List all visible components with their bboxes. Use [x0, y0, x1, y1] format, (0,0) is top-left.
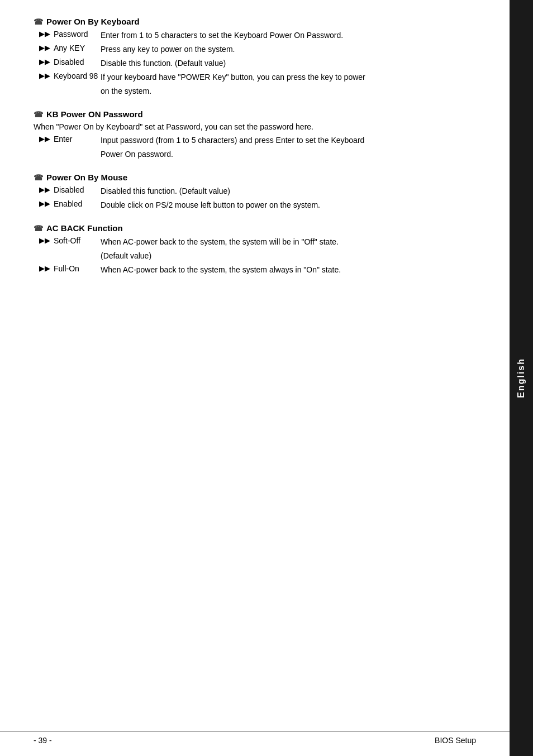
- item-key: ▶▶ Full-On: [39, 264, 101, 273]
- side-tab-label: English: [516, 358, 526, 398]
- item-value: Double click on PS/2 mouse left button t…: [101, 199, 476, 211]
- footer: - 39 - BIOS Setup: [0, 731, 510, 745]
- table-row: ▶▶ Disabled Disabled this function. (Def…: [39, 185, 476, 197]
- item-key-text: Full-On: [54, 264, 79, 273]
- item-key: ▶▶ Keyboard 98: [39, 71, 101, 80]
- section-power-on-by-mouse: ☎ Power On By Mouse ▶▶ Disabled Disabled…: [34, 173, 476, 211]
- section-title-text-3: Power On By Mouse: [46, 173, 127, 182]
- footer-page: - 39 -: [34, 736, 52, 745]
- section-ac-back-function: ☎ AC BACK Function ▶▶ Soft-Off When AC-p…: [34, 223, 476, 276]
- side-tab: English: [510, 0, 533, 756]
- item-value: If your keyboard have "POWER Key" button…: [101, 71, 476, 83]
- section-title-text-2: KB Power ON Password: [46, 109, 143, 119]
- table-row: ▶▶ Password Enter from 1 to 5 characters…: [39, 30, 476, 41]
- section-title-kb-power-on-password: ☎ KB Power ON Password: [34, 109, 476, 119]
- section-power-on-by-keyboard: ☎ Power On By Keyboard ▶▶ Password Enter…: [34, 17, 476, 97]
- table-row: ▶▶ Disabled Disable this function. (Defa…: [39, 58, 476, 69]
- item-key: ▶▶ Password: [39, 30, 101, 39]
- table-row: ▶▶ Any KEY Press any key to power on the…: [39, 44, 476, 55]
- section-title-text-4: AC BACK Function: [46, 223, 123, 233]
- item-value: Disable this function. (Default value): [101, 58, 476, 69]
- item-list-2: ▶▶ Enter Input password (from 1 to 5 cha…: [34, 135, 476, 160]
- item-value-continuation: on the system.: [101, 85, 476, 97]
- item-key: ▶▶ Disabled: [39, 185, 101, 194]
- item-value: Enter from 1 to 5 characters to set the …: [101, 30, 476, 41]
- item-key-text: Keyboard 98: [54, 71, 98, 80]
- item-key-text: Any KEY: [54, 44, 85, 52]
- section-kb-power-on-password: ☎ KB Power ON Password When "Power On by…: [34, 109, 476, 160]
- section-title-ac-back-function: ☎ AC BACK Function: [34, 223, 476, 233]
- phone-icon-4: ☎: [34, 224, 43, 233]
- arrow-icon: ▶▶: [39, 135, 50, 143]
- item-key-text: Soft-Off: [54, 236, 80, 245]
- section-title-power-on-by-mouse: ☎ Power On By Mouse: [34, 173, 476, 182]
- item-key-text: Disabled: [54, 185, 84, 194]
- item-value: Press any key to power on the system.: [101, 44, 476, 55]
- item-value: When AC-power back to the system, the sy…: [101, 236, 476, 248]
- item-key-text: Enter: [54, 135, 72, 143]
- item-value: Disabled this function. (Default value): [101, 185, 476, 197]
- arrow-icon: ▶▶: [39, 58, 50, 66]
- item-key: ▶▶ Enter: [39, 135, 101, 143]
- arrow-icon: ▶▶: [39, 30, 50, 38]
- item-key-text: Enabled: [54, 199, 82, 208]
- item-value: Input password (from 1 to 5 characters) …: [101, 135, 476, 146]
- main-content: ☎ Power On By Keyboard ▶▶ Password Enter…: [0, 0, 510, 756]
- table-row: ▶▶ Enter Input password (from 1 to 5 cha…: [39, 135, 476, 146]
- arrow-icon: ▶▶: [39, 185, 50, 194]
- table-row: ▶▶ Full-On When AC-power back to the sys…: [39, 264, 476, 276]
- section-title-power-on-by-keyboard: ☎ Power On By Keyboard: [34, 17, 476, 26]
- arrow-icon: ▶▶: [39, 264, 50, 272]
- item-key: ▶▶ Any KEY: [39, 44, 101, 52]
- arrow-icon: ▶▶: [39, 44, 50, 52]
- item-value-continuation: Power On password.: [101, 149, 476, 160]
- item-key: ▶▶ Disabled: [39, 58, 101, 66]
- item-list-4: ▶▶ Soft-Off When AC-power back to the sy…: [34, 236, 476, 276]
- table-row: ▶▶ Soft-Off When AC-power back to the sy…: [39, 236, 476, 248]
- item-list-1: ▶▶ Password Enter from 1 to 5 characters…: [34, 30, 476, 97]
- arrow-icon: ▶▶: [39, 199, 50, 208]
- item-value-continuation: (Default value): [101, 250, 476, 262]
- section-description: When "Power On by Keyboard" set at Passw…: [34, 122, 476, 131]
- phone-icon-1: ☎: [34, 17, 43, 26]
- phone-icon-3: ☎: [34, 173, 43, 182]
- item-key-text: Disabled: [54, 58, 84, 66]
- item-key-text: Password: [54, 30, 88, 39]
- phone-icon-2: ☎: [34, 110, 43, 119]
- arrow-icon: ▶▶: [39, 236, 50, 245]
- footer-label: BIOS Setup: [435, 736, 476, 745]
- item-key: ▶▶ Soft-Off: [39, 236, 101, 245]
- table-row: ▶▶ Keyboard 98 If your keyboard have "PO…: [39, 71, 476, 83]
- item-key: ▶▶ Enabled: [39, 199, 101, 208]
- arrow-icon: ▶▶: [39, 71, 50, 80]
- table-row: ▶▶ Enabled Double click on PS/2 mouse le…: [39, 199, 476, 211]
- page-container: English ☎ Power On By Keyboard ▶▶ Passwo…: [0, 0, 533, 756]
- section-title-text-1: Power On By Keyboard: [46, 17, 140, 26]
- item-list-3: ▶▶ Disabled Disabled this function. (Def…: [34, 185, 476, 211]
- item-value: When AC-power back to the system, the sy…: [101, 264, 476, 276]
